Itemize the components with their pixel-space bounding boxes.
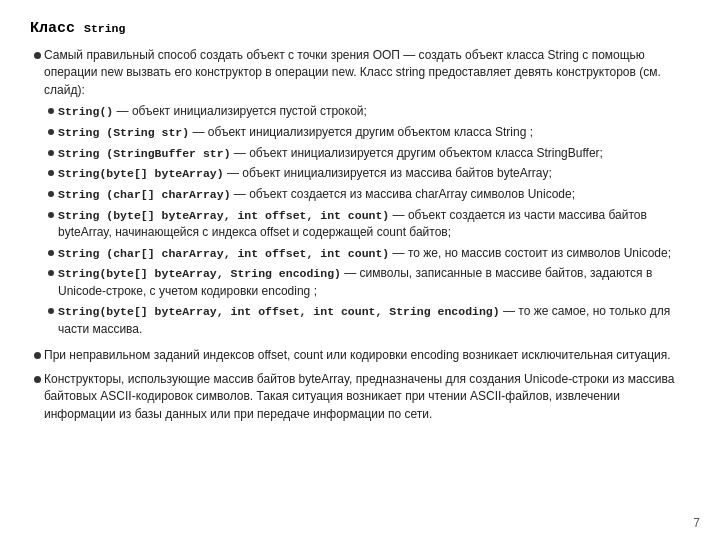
bullet-dot-inner-3: [48, 150, 54, 156]
constructor-item-3: String (StringBuffer str) — объект иници…: [44, 145, 690, 163]
constructor-text-9: String(byte[] byteArray, int offset, int…: [58, 303, 690, 338]
constructor-item-6: String (byte[] byteArray, int offset, in…: [44, 207, 690, 242]
constructor-item-8: String(byte[] byteArray, String encoding…: [44, 265, 690, 300]
title-prefix: Класс: [30, 20, 84, 37]
bullet-dot-inner-8: [48, 270, 54, 276]
bullet3-content: Конструкторы, использующие массив байтов…: [44, 372, 674, 421]
bullet2-item: При неправильном заданий индексов offset…: [30, 347, 690, 364]
bullet-dot-inner-4: [48, 170, 54, 176]
constructor-code-7: String (char[] charArray, int offset, in…: [58, 247, 389, 260]
constructor-text-7: String (char[] charArray, int offset, in…: [58, 245, 690, 263]
title-class: String: [84, 22, 125, 35]
constructor-text-1: String() — объект инициализируется пусто…: [58, 103, 690, 121]
bullet-dot-inner-2: [48, 129, 54, 135]
bullet-inner-2: [44, 126, 58, 135]
constructor-item-7: String (char[] charArray, int offset, in…: [44, 245, 690, 263]
constructor-desc-4: — объект инициализируется из массива бай…: [224, 166, 552, 180]
constructor-item-1: String() — объект инициализируется пусто…: [44, 103, 690, 121]
constructor-item-5: String (char[] charArray) — объект созда…: [44, 186, 690, 204]
constructor-code-5: String (char[] charArray): [58, 188, 231, 201]
constructor-text-3: String (StringBuffer str) — объект иници…: [58, 145, 690, 163]
constructor-code-8: String(byte[] byteArray, String encoding…: [58, 267, 341, 280]
main-bullet-item: Самый правильный способ создать объект с…: [30, 47, 690, 341]
constructor-text-5: String (char[] charArray) — объект созда…: [58, 186, 690, 204]
bullet-outer-2: [30, 349, 44, 359]
constructor-code-3: String (StringBuffer str): [58, 147, 231, 160]
bullet-inner-3: [44, 147, 58, 156]
main-bullet-content: Самый правильный способ создать объект с…: [44, 48, 661, 97]
constructor-code-9: String(byte[] byteArray, int offset, int…: [58, 305, 500, 318]
page-number: 7: [693, 516, 700, 530]
constructors-list: String() — объект инициализируется пусто…: [44, 103, 690, 338]
constructor-desc-3: — объект инициализируется другим объекто…: [231, 146, 603, 160]
constructor-code-4: String(byte[] byteArray): [58, 167, 224, 180]
bullet-inner-9: [44, 305, 58, 314]
constructor-text-8: String(byte[] byteArray, String encoding…: [58, 265, 690, 300]
bullet-dot-3: [34, 376, 41, 383]
bullet-inner-8: [44, 267, 58, 276]
bullet3-text: Конструкторы, использующие массив байтов…: [44, 371, 690, 423]
bullet-dot-inner-7: [48, 250, 54, 256]
constructor-desc-5: — объект создается из массива charArray …: [231, 187, 576, 201]
main-bullet-text: Самый правильный способ создать объект с…: [44, 47, 690, 341]
constructor-item-9: String(byte[] byteArray, int offset, int…: [44, 303, 690, 338]
bullet-inner-5: [44, 188, 58, 197]
constructor-text-6: String (byte[] byteArray, int offset, in…: [58, 207, 690, 242]
bullet-dot-2: [34, 352, 41, 359]
bullet2-text: При неправильном заданий индексов offset…: [44, 347, 690, 364]
bullet2-content: При неправильном заданий индексов offset…: [44, 348, 671, 362]
bullet-dot-inner-6: [48, 212, 54, 218]
bullet-outer-3: [30, 373, 44, 383]
page-title: Класс String: [30, 18, 690, 37]
constructor-code-1: String(): [58, 105, 113, 118]
constructor-item-2: String (String str) — объект инициализир…: [44, 124, 690, 142]
bullet-dot-inner-1: [48, 108, 54, 114]
constructor-item-4: String(byte[] byteArray) — объект инициа…: [44, 165, 690, 183]
constructor-text-2: String (String str) — объект инициализир…: [58, 124, 690, 142]
bullet-dot-1: [34, 52, 41, 59]
bullet-inner-1: [44, 105, 58, 114]
outer-list: Самый правильный способ создать объект с…: [30, 47, 690, 423]
bullet-inner-7: [44, 247, 58, 256]
constructor-desc-7: — то же, но массив состоит из символов U…: [389, 246, 671, 260]
bullet-outer-1: [30, 49, 44, 59]
constructor-desc-2: — объект инициализируется другим объекто…: [189, 125, 533, 139]
bullet3-item: Конструкторы, использующие массив байтов…: [30, 371, 690, 423]
bullet-inner-6: [44, 209, 58, 218]
constructor-code-6: String (byte[] byteArray, int offset, in…: [58, 209, 389, 222]
constructor-text-4: String(byte[] byteArray) — объект инициа…: [58, 165, 690, 183]
bullet-dot-inner-9: [48, 308, 54, 314]
constructor-desc-1: — объект инициализируется пустой строкой…: [113, 104, 367, 118]
bullet-dot-inner-5: [48, 191, 54, 197]
constructor-code-2: String (String str): [58, 126, 189, 139]
page: Класс String Самый правильный способ соз…: [0, 0, 720, 540]
bullet-inner-4: [44, 167, 58, 176]
